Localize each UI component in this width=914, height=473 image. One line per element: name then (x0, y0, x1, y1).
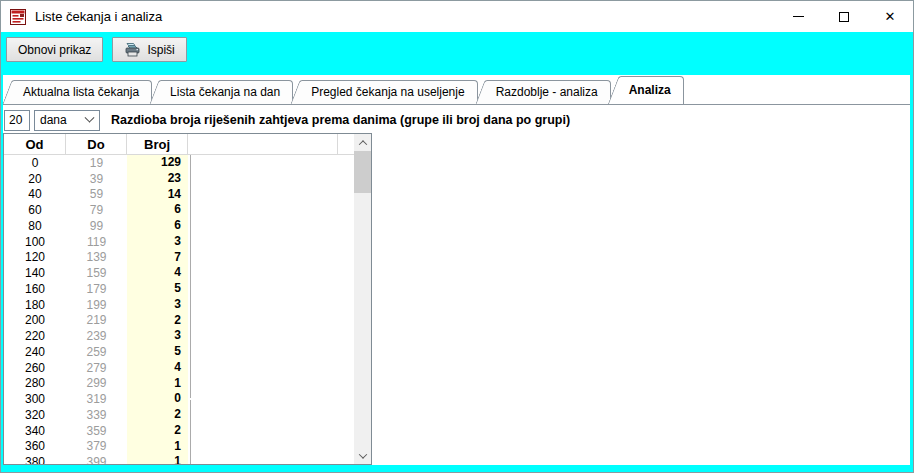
tab-lista-ekanja-na-dan[interactable]: Lista čekanja na dan (163, 80, 293, 104)
cell-do: 119 (66, 235, 127, 249)
cell-od: 340 (4, 424, 66, 438)
tab-label: Razdoblje - analiza (496, 85, 598, 99)
tab-page-analiza: dana Razdioba broja riješenih zahtjeva p… (3, 104, 910, 465)
cell-broj: 6 (127, 218, 188, 234)
cell-do: 359 (66, 424, 127, 438)
bar-track (190, 447, 191, 464)
column-header-od: Od (4, 134, 66, 154)
vertical-scrollbar[interactable] (354, 134, 371, 464)
tab-aktualna-lista-ekanja[interactable]: Aktualna lista čekanja (16, 80, 152, 104)
cell-do: 399 (66, 455, 127, 464)
toolbar: Obnovi prikaz Ispiši (1, 32, 913, 74)
form-area: Aktualna lista čekanja Lista čekanja na … (1, 74, 913, 472)
cell-od: 160 (4, 282, 66, 296)
cell-broj: 2 (127, 423, 188, 439)
cell-broj: 2 (127, 313, 188, 329)
cell-bar (188, 369, 354, 397)
scroll-up-button[interactable] (354, 134, 371, 151)
refresh-button[interactable]: Obnovi prikaz (6, 37, 103, 62)
cell-broj: 3 (127, 297, 188, 313)
cell-do: 339 (66, 408, 127, 422)
cell-do: 239 (66, 329, 127, 343)
chevron-down-icon (85, 112, 95, 122)
cell-od: 180 (4, 298, 66, 312)
cell-od: 40 (4, 187, 66, 201)
printer-icon (124, 42, 141, 57)
analysis-controls-row: dana Razdioba broja riješenih zahtjeva p… (3, 105, 910, 133)
titlebar: Liste čekanja i analiza ✕ (1, 1, 913, 32)
cell-do: 159 (66, 266, 127, 280)
tab-analiza[interactable]: Analiza (622, 76, 684, 104)
unit-select-value: dana (40, 113, 67, 127)
table-row: 380 399 1 (4, 454, 354, 464)
cell-broj: 1 (127, 454, 188, 464)
cell-od: 60 (4, 203, 66, 217)
tab-razdoblje-analiza[interactable]: Razdoblje - analiza (489, 80, 611, 104)
cell-do: 99 (66, 219, 127, 233)
minimize-icon (793, 16, 804, 17)
cell-do: 179 (66, 282, 127, 296)
cell-do: 299 (66, 376, 127, 390)
grid-rows: 0 19 129 20 39 (4, 155, 354, 464)
tab-label: Aktualna lista čekanja (23, 85, 139, 99)
cell-od: 120 (4, 250, 66, 264)
maximize-button[interactable] (821, 1, 867, 32)
cell-broj: 0 (127, 391, 188, 407)
column-header-do: Do (66, 134, 127, 154)
cell-bar (188, 448, 354, 464)
tab-pregled-ekanja-na-useljenje[interactable]: Pregled čekanja na useljenje (304, 80, 477, 104)
unit-select[interactable]: dana (34, 110, 100, 131)
cell-do: 139 (66, 250, 127, 264)
cell-broj: 2 (127, 407, 188, 423)
cell-do: 79 (66, 203, 127, 217)
close-button[interactable]: ✕ (867, 1, 913, 32)
cell-broj: 1 (127, 376, 188, 392)
scroll-down-button[interactable] (354, 447, 371, 464)
cell-broj: 5 (127, 281, 188, 297)
minimize-button[interactable] (775, 1, 821, 32)
cell-od: 360 (4, 439, 66, 453)
cell-do: 39 (66, 172, 127, 186)
table-row: 280 299 1 (4, 376, 354, 392)
cell-od: 200 (4, 313, 66, 327)
cell-od: 0 (4, 156, 66, 170)
tab-label: Lista čekanja na dan (170, 85, 280, 99)
cell-broj: 23 (127, 171, 188, 187)
tab-strip: Aktualna lista čekanja Lista čekanja na … (3, 75, 910, 104)
cell-od: 320 (4, 408, 66, 422)
app-window: Liste čekanja i analiza ✕ Obnovi prikaz … (0, 0, 914, 473)
cell-do: 319 (66, 392, 127, 406)
bar-track (190, 368, 191, 398)
window-title: Liste čekanja i analiza (35, 9, 162, 24)
cell-do: 59 (66, 187, 127, 201)
cell-broj: 3 (127, 328, 188, 344)
chevron-down-icon (358, 450, 366, 458)
cell-do: 199 (66, 298, 127, 312)
maximize-icon (839, 12, 849, 22)
group-size-input[interactable] (4, 110, 30, 131)
analysis-description: Razdioba broja riješenih zahtjeva prema … (111, 113, 570, 127)
cell-do: 19 (66, 156, 127, 170)
cell-do: 379 (66, 439, 127, 453)
cell-od: 140 (4, 266, 66, 280)
cell-broj: 3 (127, 234, 188, 250)
cell-broj: 129 (127, 155, 188, 171)
cell-broj: 6 (127, 202, 188, 218)
cell-od: 280 (4, 376, 66, 390)
scrollbar-thumb[interactable] (354, 151, 371, 193)
column-header-broj: Broj (127, 134, 188, 154)
print-button[interactable]: Ispiši (112, 37, 186, 62)
refresh-button-label: Obnovi prikaz (18, 43, 91, 57)
chevron-up-icon (358, 140, 366, 148)
tab-label: Analiza (629, 83, 671, 97)
cell-do: 259 (66, 345, 127, 359)
print-button-label: Ispiši (147, 43, 174, 57)
cell-od: 260 (4, 361, 66, 375)
cell-od: 100 (4, 235, 66, 249)
cell-broj: 4 (127, 265, 188, 281)
cell-od: 20 (4, 172, 66, 186)
cell-do: 279 (66, 361, 127, 375)
close-icon: ✕ (885, 10, 896, 23)
distribution-grid: Od Do Broj 0 19 129 (3, 133, 372, 465)
column-header-bar (188, 134, 338, 154)
